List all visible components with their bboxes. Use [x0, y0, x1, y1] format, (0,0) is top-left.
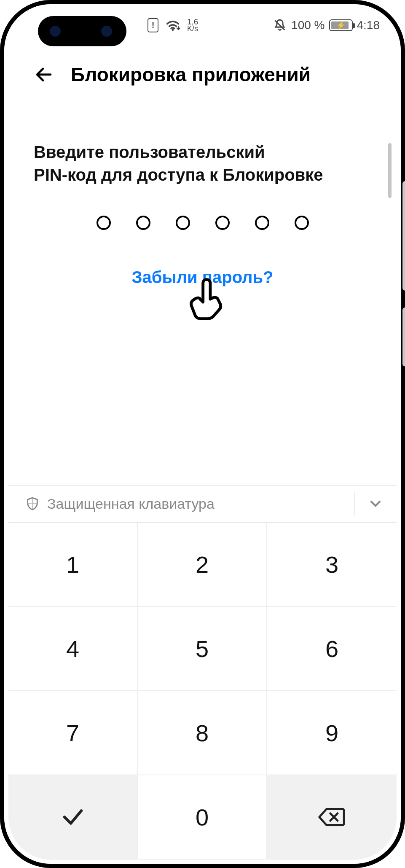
- phone-frame: ! 1,6 K/s 100 % ⚡: [0, 0, 405, 868]
- pin-dot: [215, 216, 230, 230]
- secure-keyboard: Защищенная клавиатура 1 2 3 4 5 6 7 8 9 …: [8, 485, 397, 860]
- pin-input[interactable]: [34, 216, 371, 230]
- content-area: Введите пользовательский PIN-код для дос…: [4, 99, 401, 287]
- status-right: 100 % ⚡ 4:18: [273, 18, 380, 32]
- backspace-icon: [317, 806, 347, 828]
- wifi-icon: [164, 18, 181, 32]
- pin-dot: [176, 216, 190, 230]
- pin-dot: [295, 216, 309, 230]
- divider: [354, 492, 355, 515]
- key-backspace[interactable]: [267, 775, 397, 860]
- chevron-down-icon[interactable]: [367, 495, 384, 512]
- pin-prompt-line2: PIN-код для доступа к Блокировке: [34, 166, 323, 184]
- pin-dot: [136, 216, 150, 230]
- page-title: Блокировка приложений: [71, 63, 311, 86]
- key-4[interactable]: 4: [8, 607, 138, 691]
- pin-dot: [97, 216, 111, 230]
- key-2[interactable]: 2: [138, 523, 267, 607]
- volume-button[interactable]: [402, 181, 405, 291]
- battery-icon: ⚡: [329, 19, 353, 31]
- network-rate-unit: K/s: [187, 25, 198, 32]
- status-left: ! 1,6 K/s: [148, 18, 198, 32]
- key-0[interactable]: 0: [138, 775, 267, 860]
- app-header: Блокировка приложений: [4, 46, 401, 99]
- key-6[interactable]: 6: [267, 607, 397, 691]
- screen: ! 1,6 K/s 100 % ⚡: [4, 4, 401, 864]
- key-7[interactable]: 7: [8, 691, 138, 775]
- key-3[interactable]: 3: [267, 523, 397, 607]
- sim-alert-icon: !: [148, 18, 158, 32]
- key-1[interactable]: 1: [8, 523, 138, 607]
- mute-icon: [273, 18, 287, 32]
- status-bar: ! 1,6 K/s 100 % ⚡: [4, 4, 401, 46]
- check-icon: [60, 804, 86, 830]
- key-ok[interactable]: [8, 775, 138, 860]
- clock: 4:18: [357, 19, 380, 32]
- back-arrow-icon[interactable]: [34, 64, 54, 85]
- key-8[interactable]: 8: [138, 691, 267, 775]
- keypad: 1 2 3 4 5 6 7 8 9 0: [8, 523, 397, 860]
- pin-prompt-line1: Введите пользовательский: [34, 143, 265, 161]
- camera-notch: [38, 16, 126, 46]
- battery-percent: 100 %: [291, 19, 325, 32]
- pointer-hand-icon: [184, 275, 231, 334]
- key-5[interactable]: 5: [138, 607, 267, 691]
- keyboard-header: Защищенная клавиатура: [8, 485, 397, 523]
- keyboard-secure-label: Защищенная клавиатура: [47, 496, 215, 512]
- pin-prompt: Введите пользовательский PIN-код для дос…: [34, 141, 371, 186]
- power-button[interactable]: [402, 307, 405, 366]
- network-rate: 1,6 K/s: [187, 18, 198, 32]
- key-9[interactable]: 9: [267, 691, 397, 775]
- pin-dot: [255, 216, 269, 230]
- shield-icon: [25, 497, 40, 511]
